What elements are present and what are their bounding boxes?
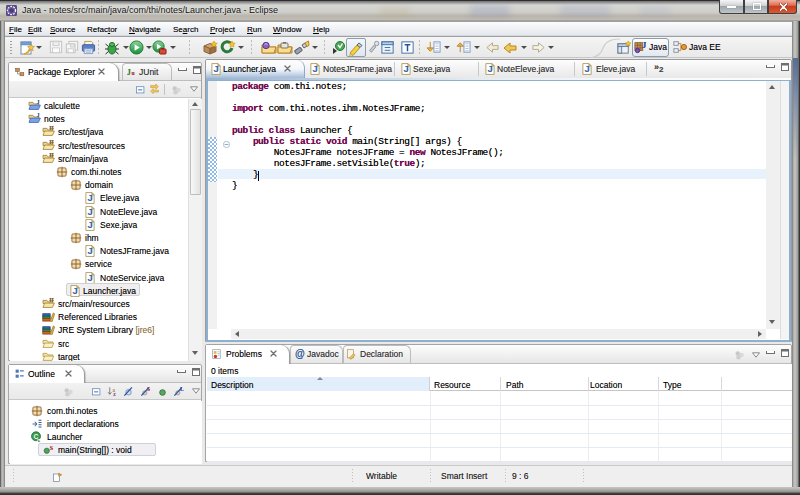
svg-text:z: z [113, 391, 116, 397]
svg-text:J: J [127, 68, 131, 77]
svg-text:J: J [642, 40, 647, 50]
svg-text:u: u [131, 70, 134, 76]
